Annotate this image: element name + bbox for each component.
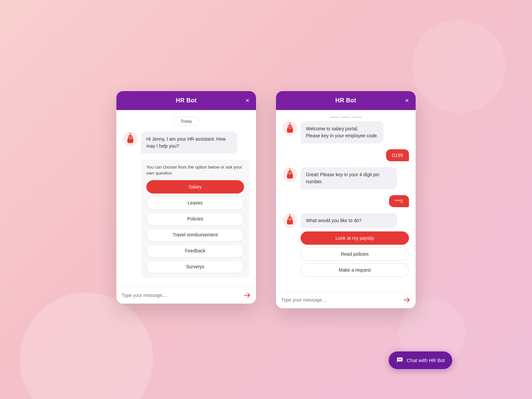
bg-decoration-1 <box>20 293 153 399</box>
svg-point-15 <box>291 126 292 127</box>
svg-point-17 <box>289 122 291 124</box>
right-chat-title: HR Bot <box>335 97 356 104</box>
svg-point-29 <box>288 216 292 221</box>
svg-point-26 <box>289 168 291 170</box>
right-bot-bubble-3: What would you like to do? <box>301 213 397 228</box>
option-feedback[interactable]: Feedback <box>146 244 244 257</box>
svg-point-24 <box>291 172 292 173</box>
right-bot-row-1: Welcome to salary portal.Please key in y… <box>283 121 409 143</box>
bg-decoration-2 <box>412 20 505 113</box>
svg-point-32 <box>289 218 290 219</box>
option-policies[interactable]: Policies <box>146 212 244 225</box>
svg-point-20 <box>288 171 292 175</box>
chat-fab-icon <box>396 356 403 364</box>
scroll-indicator <box>283 117 409 121</box>
option-travel[interactable]: Travel reimbursement <box>146 228 244 241</box>
left-options-intro: You can choose from the option below or … <box>146 164 244 176</box>
date-badge: Today <box>123 117 249 126</box>
chat-fab-button[interactable]: Chat with HR Bot <box>389 351 452 369</box>
right-bot-bubble-1: Welcome to salary portal.Please key in y… <box>301 121 383 143</box>
right-option-policies[interactable]: Read policies <box>301 247 409 261</box>
svg-point-33 <box>291 218 292 219</box>
left-close-button[interactable]: × <box>245 97 249 104</box>
right-chat-window: HR Bot × <box>276 91 416 308</box>
right-input-area <box>276 291 416 308</box>
right-bot-avatar-2 <box>283 167 297 182</box>
right-chat-header: HR Bot × <box>276 91 416 110</box>
right-user-row-2: ***5 <box>283 195 409 207</box>
right-close-button[interactable]: × <box>405 97 409 104</box>
left-bot-greeting-row: Hi Jenny, I am your HR assistant. How ma… <box>123 132 249 154</box>
left-input-area <box>116 287 256 304</box>
right-option-payslip[interactable]: Look at my payslip <box>301 231 409 245</box>
right-user-row-1: D199 <box>283 149 409 161</box>
svg-point-8 <box>130 133 131 134</box>
left-bot-greeting-bubble: Hi Jenny, I am your HR assistant. How ma… <box>141 132 237 154</box>
left-bot-avatar <box>123 132 138 146</box>
option-surveys[interactable]: Surverys <box>146 260 244 273</box>
svg-point-23 <box>289 172 290 173</box>
right-chat-body: Welcome to salary portal.Please key in y… <box>276 110 416 291</box>
right-message-input[interactable] <box>281 297 400 303</box>
right-user-bubble-2: ***5 <box>389 195 409 207</box>
svg-point-37 <box>399 359 400 360</box>
option-leaves[interactable]: Leaves <box>146 196 244 209</box>
left-message-input[interactable] <box>122 293 240 298</box>
right-bot-bubble-2: Great! Please key in your 4 digit pin nu… <box>301 167 397 189</box>
left-chat-body: Today <box>116 110 256 287</box>
right-send-button[interactable] <box>403 296 410 304</box>
svg-point-35 <box>289 214 291 215</box>
right-bot-avatar-3 <box>283 213 297 228</box>
svg-point-2 <box>128 135 133 140</box>
svg-point-38 <box>400 359 401 360</box>
svg-point-14 <box>289 126 290 127</box>
svg-point-5 <box>129 137 130 137</box>
left-chat-title: HR Bot <box>176 97 197 104</box>
chat-windows-container: HR Bot × Today <box>116 91 416 308</box>
option-salary[interactable]: Salary <box>146 180 244 194</box>
right-bot-avatar-1 <box>283 121 297 136</box>
left-send-button[interactable] <box>243 292 251 299</box>
right-user-bubble-1: D199 <box>386 149 409 161</box>
svg-point-36 <box>398 359 399 360</box>
left-chat-header: HR Bot × <box>116 91 256 110</box>
right-bot-row-2: Great! Please key in your 4 digit pin nu… <box>283 167 409 189</box>
left-options-card: You can choose from the option below or … <box>141 160 249 278</box>
left-chat-window: HR Bot × Today <box>116 91 256 304</box>
chat-fab-label: Chat with HR Bot <box>407 357 445 363</box>
right-bot-row-3: What would you like to do? Look at my pa… <box>283 213 409 282</box>
svg-point-11 <box>288 125 292 129</box>
svg-point-6 <box>131 137 132 137</box>
right-option-request[interactable]: Make a request <box>301 263 409 277</box>
